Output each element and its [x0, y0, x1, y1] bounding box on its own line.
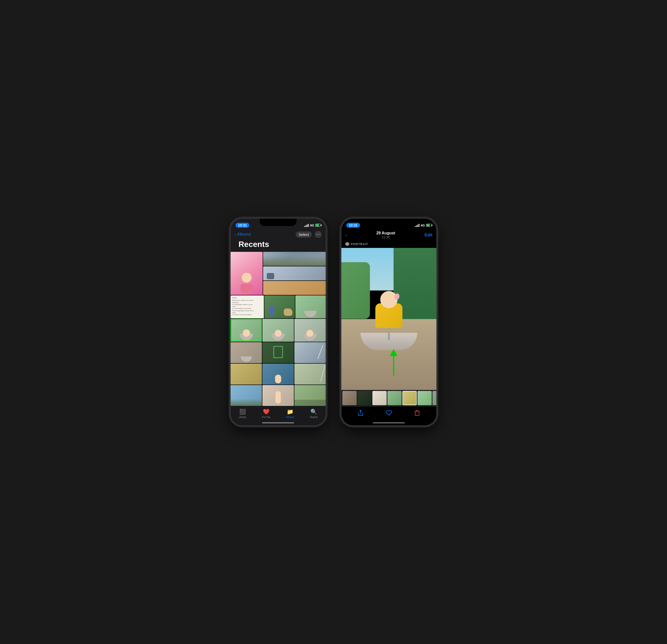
grid-row-3	[231, 319, 326, 342]
signal-bars-right	[415, 224, 419, 227]
power-button[interactable]	[326, 263, 326, 280]
photo-cell-bowl-small[interactable]	[231, 342, 262, 363]
heart-button[interactable]	[386, 409, 392, 417]
text-content: Its Fun Space ails us moderns: we are si…	[232, 297, 262, 316]
library-label: Library	[239, 416, 246, 419]
portrait-icon	[345, 242, 349, 246]
signal-bar-r4	[419, 224, 419, 227]
albums-icon: 📁	[287, 409, 293, 415]
back-chevron: ‹	[234, 232, 236, 237]
search-icon: 🔍	[310, 409, 317, 415]
photo-cell-baby-bowl-top[interactable]	[295, 295, 326, 318]
photo-cell-selected[interactable]	[231, 319, 262, 342]
baby-head-3	[306, 330, 313, 337]
photos-nav-top: ‹ Albums Select ···	[234, 231, 322, 238]
street-ground	[263, 256, 326, 266]
selection-indicator	[231, 319, 262, 342]
trash-button[interactable]	[414, 409, 420, 417]
status-time-left: 10:31	[235, 223, 249, 228]
film-strip	[341, 390, 436, 407]
grid-row-5	[231, 364, 326, 385]
photo-cell-playground-frame[interactable]	[262, 342, 294, 363]
share-button[interactable]	[357, 409, 364, 417]
photo-cell-outdoor[interactable]	[231, 385, 262, 406]
photo-cell-street[interactable]	[263, 252, 326, 266]
detail-edit-button[interactable]: Edit	[425, 232, 433, 238]
photo-cell-slide[interactable]	[294, 342, 326, 363]
battery-fill-left	[316, 224, 319, 226]
film-thumb-5-selected[interactable]	[403, 391, 417, 405]
detail-back-button[interactable]: ‹	[345, 232, 347, 238]
battery-icon-left	[315, 224, 321, 227]
baby-head-main	[380, 291, 397, 308]
photo-cell-baby-pink[interactable]	[231, 252, 263, 295]
photo-cell-baby-close[interactable]	[263, 281, 326, 295]
green-arrow-container	[390, 349, 397, 376]
photo-cell-baby-bowl-3[interactable]	[294, 319, 326, 342]
photo-cell-interior[interactable]	[231, 364, 262, 385]
albums-label: Albums	[286, 416, 294, 419]
home-indicator-left	[262, 422, 294, 423]
detail-title-block: 29 August 11:30	[376, 231, 395, 239]
main-photo-area[interactable]	[341, 248, 436, 390]
tab-for-you[interactable]: ❤️ For You	[255, 409, 278, 419]
slide-shape	[318, 345, 323, 359]
back-label: Albums	[237, 232, 251, 237]
photo-cell-woman-cow[interactable]	[264, 295, 295, 318]
grid-row-1	[231, 252, 326, 295]
bowl-main-container	[359, 303, 419, 350]
signal-bar-r2	[416, 225, 417, 227]
right-phone: 10:31 4G ‹ 29 August 11:3	[341, 218, 437, 426]
photos-title: Recents	[234, 239, 322, 250]
photo-cell-text[interactable]: Its Fun Space ails us moderns: we are si…	[231, 295, 264, 318]
grid-row-2: Its Fun Space ails us moderns: we are si…	[231, 295, 326, 318]
bowl-post	[388, 333, 390, 340]
left-screen: 10:31 4G ‹ Albums	[231, 219, 326, 425]
baby-play	[275, 375, 281, 383]
arrow-head-main	[390, 349, 397, 356]
photos-screen: ‹ Albums Select ··· Recents	[231, 219, 326, 425]
film-thumb-6[interactable]	[418, 391, 432, 405]
frame-shape	[273, 346, 283, 358]
status-right-right: 4G	[415, 224, 432, 227]
signal-bar-4	[308, 224, 309, 227]
film-thumb-2[interactable]	[357, 391, 372, 405]
right-screen: 10:31 4G ‹ 29 August 11:3	[341, 219, 436, 425]
portrait-label: PORTRAIT	[351, 242, 368, 246]
photo-cell-baby-bowl-2[interactable]	[262, 319, 294, 342]
park-shadow	[294, 400, 326, 406]
grid-row-6	[231, 385, 326, 406]
photo-cell-baby-standing[interactable]	[262, 385, 294, 406]
detail-screen: ‹ 29 August 11:30 Edit PORTRAIT	[341, 219, 436, 425]
signal-bars-left	[304, 224, 309, 227]
for-you-icon: ❤️	[263, 409, 270, 415]
left-phone: 10:31 4G ‹ Albums	[230, 218, 326, 426]
cow-shape	[284, 308, 292, 316]
film-thumb-4[interactable]	[387, 391, 402, 405]
photo-cell-blue-play[interactable]	[262, 364, 294, 385]
signal-bar-r1	[415, 226, 416, 227]
bowl-shape-main	[361, 333, 417, 350]
battery-icon-right	[426, 224, 432, 227]
status-right-left: 4G	[304, 224, 321, 227]
film-thumb-3[interactable]	[372, 391, 387, 405]
photo-cell-park[interactable]	[294, 385, 326, 406]
arrow-line-main	[393, 356, 394, 376]
back-button[interactable]: ‹ Albums	[234, 232, 251, 237]
tab-search[interactable]: 🔍 Search	[302, 409, 326, 419]
tab-library[interactable]: ⬛ Library	[231, 409, 255, 419]
power-button-right[interactable]	[436, 263, 437, 280]
notch-right	[370, 219, 407, 226]
network-type-left: 4G	[310, 224, 314, 227]
share-icon	[357, 409, 364, 416]
more-button[interactable]: ···	[315, 231, 322, 238]
baby-head-pink	[242, 273, 251, 283]
film-thumb-7[interactable]	[433, 391, 436, 405]
select-button[interactable]: Select	[296, 231, 312, 238]
bowl-small	[304, 311, 316, 317]
photo-cell-pram[interactable]	[263, 267, 326, 280]
tab-albums[interactable]: 📁 Albums	[278, 409, 302, 419]
baby-head-2	[275, 330, 281, 337]
film-thumb-1[interactable]	[342, 391, 357, 405]
photo-cell-slide-2[interactable]	[294, 364, 326, 385]
